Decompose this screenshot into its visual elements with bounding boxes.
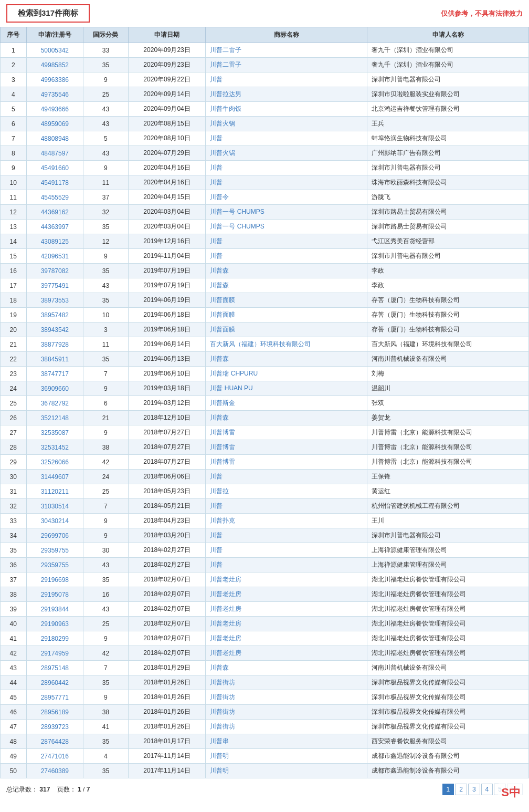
app-no-link[interactable]: 39787082 [41, 267, 69, 275]
app-no-link[interactable]: 45491178 [41, 179, 69, 186]
app-no-link[interactable]: 49735546 [41, 91, 69, 98]
app-no-link[interactable]: 36782792 [41, 400, 69, 407]
cell-app-no[interactable]: 29195078 [26, 587, 83, 602]
app-no-link[interactable]: 35212148 [41, 414, 69, 422]
cell-app-no[interactable]: 29193844 [26, 602, 83, 617]
cell-app-no[interactable]: 49493666 [26, 102, 83, 117]
cell-app-no[interactable]: 32535087 [26, 425, 83, 440]
app-no-link[interactable]: 29174959 [41, 650, 69, 657]
app-no-link[interactable]: 28956189 [41, 709, 69, 716]
app-no-link[interactable]: 32535087 [41, 429, 69, 436]
app-no-link[interactable]: 30430214 [41, 517, 69, 525]
cell-app-no[interactable]: 45455529 [26, 190, 83, 205]
app-no-link[interactable]: 49493666 [41, 106, 69, 113]
cell-app-no[interactable]: 27460389 [26, 764, 83, 778]
app-no-link[interactable]: 48959069 [41, 120, 69, 128]
cell-app-no[interactable]: 28957771 [26, 690, 83, 705]
app-no-link[interactable]: 38845911 [41, 356, 69, 363]
cell-app-no[interactable]: 29359755 [26, 543, 83, 558]
app-no-link[interactable]: 29196698 [41, 576, 69, 584]
app-no-link[interactable]: 28975148 [41, 664, 69, 672]
cell-app-no[interactable]: 48959069 [26, 117, 83, 131]
app-no-link[interactable]: 43089125 [41, 238, 69, 245]
cell-app-no[interactable]: 29699706 [26, 528, 83, 543]
app-no-link[interactable]: 48487597 [41, 150, 69, 157]
cell-app-no[interactable]: 31120211 [26, 484, 83, 499]
cell-app-no[interactable]: 28960442 [26, 675, 83, 690]
cell-app-no[interactable]: 38877928 [26, 337, 83, 352]
cell-app-no[interactable]: 31030514 [26, 499, 83, 514]
cell-app-no[interactable]: 32526066 [26, 455, 83, 470]
cell-app-no[interactable]: 27471016 [26, 749, 83, 764]
cell-app-no[interactable]: 50005342 [26, 43, 83, 58]
cell-app-no[interactable]: 29174959 [26, 646, 83, 661]
app-no-link[interactable]: 38747717 [41, 370, 69, 378]
cell-app-no[interactable]: 38973553 [26, 293, 83, 308]
app-no-link[interactable]: 29190963 [41, 620, 69, 628]
app-no-link[interactable]: 45455529 [41, 194, 69, 201]
app-no-link[interactable]: 50005342 [41, 47, 69, 54]
cell-app-no[interactable]: 29359755 [26, 558, 83, 572]
cell-app-no[interactable]: 48808948 [26, 131, 83, 146]
cell-app-no[interactable]: 29190963 [26, 617, 83, 631]
app-no-link[interactable]: 32531452 [41, 444, 69, 451]
cell-app-no[interactable]: 45491178 [26, 175, 83, 190]
app-no-link[interactable]: 28957771 [41, 694, 69, 701]
page-button-4[interactable]: 4 [481, 784, 493, 795]
app-no-link[interactable]: 49963386 [41, 76, 69, 84]
cell-app-no[interactable]: 38943542 [26, 322, 83, 337]
cell-app-no[interactable]: 48487597 [26, 146, 83, 161]
app-no-link[interactable]: 29195078 [41, 591, 69, 598]
app-no-link[interactable]: 31449607 [41, 473, 69, 481]
cell-app-no[interactable]: 32531452 [26, 440, 83, 455]
cell-app-no[interactable]: 49963386 [26, 72, 83, 87]
app-no-link[interactable]: 28960442 [41, 679, 69, 686]
cell-app-no[interactable]: 49735546 [26, 87, 83, 102]
app-no-link[interactable]: 42096531 [41, 253, 69, 260]
app-no-link[interactable]: 28939723 [41, 723, 69, 731]
app-no-link[interactable]: 28764428 [41, 738, 69, 745]
app-no-link[interactable]: 32526066 [41, 459, 69, 466]
app-no-link[interactable]: 39775491 [41, 282, 69, 289]
app-no-link[interactable]: 45491660 [41, 164, 69, 172]
cell-app-no[interactable]: 31449607 [26, 470, 83, 484]
page-button-2[interactable]: 2 [455, 784, 467, 795]
cell-app-no[interactable]: 44363997 [26, 220, 83, 234]
cell-app-no[interactable]: 29196698 [26, 572, 83, 587]
app-no-link[interactable]: 36909660 [41, 385, 69, 392]
app-no-link[interactable]: 44363997 [41, 223, 69, 231]
app-no-link[interactable]: 27460389 [41, 767, 69, 775]
cell-app-no[interactable]: 38957482 [26, 308, 83, 322]
app-no-link[interactable]: 29359755 [41, 547, 69, 554]
app-no-link[interactable]: 29193844 [41, 606, 69, 613]
cell-app-no[interactable]: 29180299 [26, 631, 83, 646]
app-no-link[interactable]: 31120211 [41, 488, 69, 495]
app-no-link[interactable]: 31030514 [41, 503, 69, 510]
cell-app-no[interactable]: 30430214 [26, 514, 83, 528]
cell-app-no[interactable]: 28939723 [26, 720, 83, 734]
app-no-link[interactable]: 38943542 [41, 326, 69, 334]
app-no-link[interactable]: 29180299 [41, 635, 69, 642]
app-no-link[interactable]: 29359755 [41, 561, 69, 569]
app-no-link[interactable]: 49985852 [41, 61, 69, 69]
cell-app-no[interactable]: 49985852 [26, 58, 83, 72]
app-no-link[interactable]: 38957482 [41, 311, 69, 319]
app-no-link[interactable]: 29699706 [41, 532, 69, 539]
cell-app-no[interactable]: 36782792 [26, 396, 83, 411]
app-no-link[interactable]: 48808948 [41, 135, 69, 142]
cell-app-no[interactable]: 35212148 [26, 411, 83, 425]
cell-app-no[interactable]: 38845911 [26, 352, 83, 367]
page-button-1[interactable]: 1 [442, 784, 454, 795]
cell-app-no[interactable]: 28956189 [26, 705, 83, 720]
cell-app-no[interactable]: 28975148 [26, 661, 83, 675]
page-button-3[interactable]: 3 [468, 784, 480, 795]
cell-app-no[interactable]: 28764428 [26, 734, 83, 749]
cell-app-no[interactable]: 42096531 [26, 249, 83, 264]
cell-app-no[interactable]: 39775491 [26, 278, 83, 293]
cell-app-no[interactable]: 43089125 [26, 234, 83, 249]
app-no-link[interactable]: 38877928 [41, 341, 69, 348]
cell-app-no[interactable]: 39787082 [26, 264, 83, 278]
cell-app-no[interactable]: 36909660 [26, 381, 83, 396]
cell-app-no[interactable]: 45491660 [26, 161, 83, 175]
cell-app-no[interactable]: 44369162 [26, 205, 83, 220]
